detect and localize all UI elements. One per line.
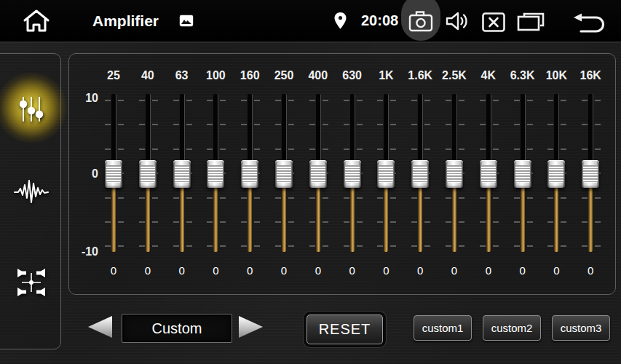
slider-track-upper[interactable] [248, 94, 253, 162]
eq-band: 1K0 [369, 54, 403, 294]
band-frequency-label: 10K [539, 69, 573, 82]
preset-button-custom2[interactable]: custom2 [483, 315, 541, 341]
slider-knob[interactable] [105, 160, 122, 188]
slider-track-upper[interactable] [521, 94, 526, 162]
sidebar-item-equalizer[interactable] [10, 88, 52, 130]
status-bar: Amplifier 20:08 [0, 0, 621, 43]
slider-knob-ribs [413, 165, 427, 183]
band-frequency-label: 400 [301, 69, 335, 82]
slider-knob[interactable] [309, 160, 327, 188]
slider-track-upper[interactable] [418, 94, 423, 162]
slider-track-upper[interactable] [282, 94, 287, 162]
band-value-label: 0 [131, 264, 165, 277]
slider-knob[interactable] [411, 160, 429, 188]
slider-knob[interactable] [207, 160, 224, 188]
eq-band: 1600 [233, 54, 266, 294]
band-frequency-label: 100 [199, 69, 232, 82]
slider-knob[interactable] [582, 160, 599, 188]
slider-track-upper[interactable] [213, 94, 218, 162]
slider-track-lower[interactable] [554, 186, 558, 252]
band-value-label: 0 [233, 264, 266, 277]
band-frequency-label: 40 [131, 69, 165, 82]
slider-track-upper[interactable] [350, 94, 355, 162]
slider-knob-ribs [379, 165, 393, 183]
slider-knob-ribs [141, 165, 155, 183]
reset-button[interactable]: RESET [306, 314, 383, 344]
band-value-label: 0 [369, 264, 403, 277]
slider-track-lower[interactable] [316, 186, 320, 252]
slider-track-lower[interactable] [384, 186, 388, 252]
recent-apps-icon[interactable] [517, 12, 545, 33]
eq-band: 400 [131, 54, 165, 294]
band-value-label: 0 [472, 264, 505, 277]
slider-track-lower[interactable] [282, 186, 286, 252]
slider-knob[interactable] [446, 160, 463, 188]
eq-band: 4000 [301, 54, 335, 294]
slider-track-lower[interactable] [486, 186, 491, 252]
preset-selector[interactable]: Custom [122, 314, 232, 343]
slider-knob[interactable] [173, 160, 191, 188]
slider-knob-ribs [549, 165, 563, 183]
band-value-label: 0 [267, 264, 301, 277]
back-icon[interactable] [572, 12, 607, 33]
slider-knob[interactable] [275, 160, 293, 188]
equalizer-sliders-icon [17, 95, 46, 124]
slider-track-lower[interactable] [588, 186, 593, 252]
clock: 20:08 [361, 0, 398, 41]
slider-track-upper[interactable] [554, 94, 559, 162]
band-frequency-label: 160 [233, 69, 266, 82]
sidebar-item-balance-fader[interactable] [10, 261, 52, 304]
slider-knob-ribs [447, 165, 462, 183]
next-preset-arrow[interactable] [239, 316, 263, 338]
eq-band: 2500 [267, 54, 301, 294]
slider-track-upper[interactable] [316, 94, 321, 162]
slider-track-upper[interactable] [588, 94, 593, 162]
eq-band: 2.5K0 [438, 54, 471, 294]
slider-knob[interactable] [514, 160, 531, 188]
eq-band: 630 [165, 54, 199, 294]
wallpaper-icon[interactable] [179, 15, 194, 27]
camera-icon[interactable] [408, 10, 433, 32]
slider-track-upper[interactable] [452, 94, 457, 162]
slider-knob-ribs [242, 165, 257, 183]
slider-track-lower[interactable] [248, 186, 252, 252]
slider-track-lower[interactable] [180, 186, 184, 252]
location-icon [334, 12, 347, 29]
slider-track-upper[interactable] [111, 94, 116, 162]
band-frequency-label: 250 [267, 69, 301, 82]
slider-track-upper[interactable] [486, 94, 491, 162]
sidebar-item-sound-effect[interactable] [10, 170, 52, 213]
slider-knob[interactable] [377, 160, 395, 188]
band-frequency-label: 630 [336, 69, 369, 82]
slider-track-upper[interactable] [146, 94, 151, 162]
volume-icon[interactable] [446, 11, 469, 31]
eq-band: 4K0 [472, 54, 505, 294]
home-icon[interactable] [23, 9, 50, 33]
slider-track-lower[interactable] [350, 186, 355, 252]
slider-track-lower[interactable] [213, 186, 218, 252]
band-value-label: 0 [301, 264, 335, 277]
slider-knob[interactable] [344, 160, 361, 188]
close-app-icon[interactable] [482, 12, 505, 32]
eq-band: 10K0 [539, 54, 573, 294]
slider-knob[interactable] [547, 160, 565, 188]
slider-track-lower[interactable] [418, 186, 422, 252]
slider-knob[interactable] [139, 160, 157, 188]
slider-knob-ribs [515, 165, 530, 183]
slider-track-lower[interactable] [452, 186, 456, 252]
band-value-label: 0 [438, 264, 471, 277]
preset-button-custom3[interactable]: custom3 [552, 315, 610, 341]
slider-knob[interactable] [241, 160, 258, 188]
preset-buttons: custom1custom2custom3 [414, 315, 610, 341]
previous-preset-arrow[interactable] [88, 316, 112, 338]
slider-track-lower[interactable] [521, 186, 525, 252]
slider-track-upper[interactable] [384, 94, 389, 162]
band-value-label: 0 [199, 264, 232, 277]
slider-track-lower[interactable] [146, 186, 150, 252]
preset-button-custom1[interactable]: custom1 [414, 315, 472, 341]
slider-track-upper[interactable] [180, 94, 185, 162]
slider-knob[interactable] [480, 160, 497, 188]
band-frequency-label: 25 [97, 69, 130, 82]
slider-track-lower[interactable] [111, 186, 116, 252]
band-value-label: 0 [574, 264, 607, 277]
